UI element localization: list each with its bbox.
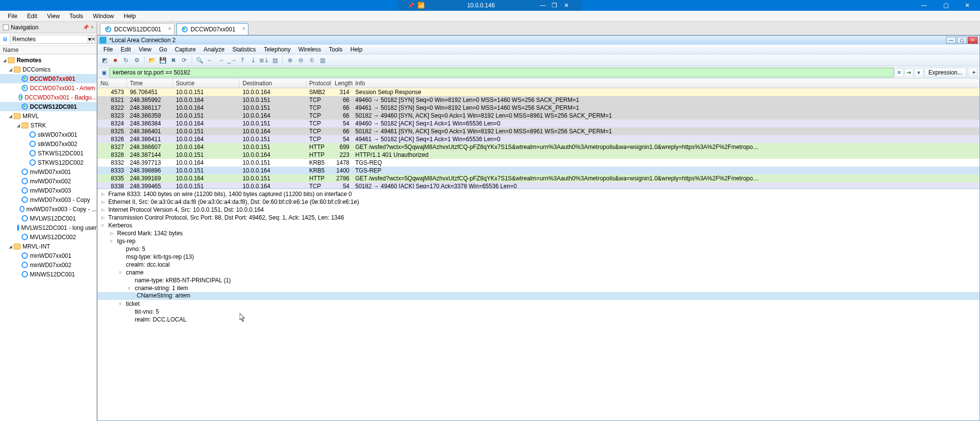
packet-row[interactable]: 8338248.39946510.0.0.15110.0.0.164TCP545…: [98, 182, 980, 188]
display-filter-input[interactable]: [109, 68, 894, 77]
ws-menu-help[interactable]: Help: [346, 46, 367, 53]
filter-apply-icon[interactable]: ➔: [905, 68, 913, 77]
ws-menu-capture[interactable]: Capture: [171, 46, 200, 53]
detail-twisty-icon[interactable]: ▿: [128, 286, 135, 291]
packet-row[interactable]: 8335248.39916910.0.0.16410.0.0.151HTTP27…: [98, 174, 980, 182]
ws-menu-view[interactable]: View: [135, 46, 155, 53]
session-tab[interactable]: DCCWS12DC001×: [100, 23, 174, 35]
zoom-reset-icon[interactable]: ①: [307, 55, 317, 65]
detail-line[interactable]: ▷Frame 8333: 1400 bytes on wire (11200 b…: [98, 190, 980, 198]
tree-session[interactable]: mvlWD07xx003 - Copy - ...: [0, 204, 97, 214]
twisty-icon[interactable]: ◢: [9, 114, 14, 119]
tree-column-header[interactable]: Name: [0, 46, 97, 54]
packet-row[interactable]: 8328248.38714410.0.0.15110.0.0.164HTTP22…: [98, 151, 980, 159]
packet-details-pane[interactable]: ▷Frame 8333: 1400 bytes on wire (11200 b…: [98, 189, 980, 421]
tree-session[interactable]: MVLWS12DC001 - long user: [0, 223, 97, 232]
go-back-icon[interactable]: ←: [205, 55, 215, 65]
tree-folder[interactable]: ◢MRVL-INT: [0, 242, 97, 251]
col-time[interactable]: Time: [127, 79, 173, 88]
host-menu-tools[interactable]: Tools: [65, 12, 88, 21]
detail-line[interactable]: ▿ticket: [98, 300, 980, 308]
detail-line[interactable]: pvno: 5: [98, 245, 980, 253]
ws-menu-analyze[interactable]: Analyze: [200, 46, 229, 53]
detail-twisty-icon[interactable]: ▿: [119, 301, 126, 306]
tree-session[interactable]: STKWS12DC002: [0, 158, 97, 167]
host-menu-window[interactable]: Window: [88, 12, 119, 21]
window-maximize-icon[interactable]: ▢: [935, 0, 956, 10]
packet-row[interactable]: 8321248.38599210.0.0.16410.0.0.151TCP664…: [98, 96, 980, 104]
detail-line[interactable]: CNameString: artem: [98, 292, 980, 300]
detail-line[interactable]: ▷Internet Protocol Version 4, Src: 10.0.…: [98, 206, 980, 214]
ws-menu-go[interactable]: Go: [155, 46, 171, 53]
tree-session[interactable]: DCCWD07xx001 - Artem: [0, 83, 97, 93]
auto-scroll-icon[interactable]: ≣⤓: [259, 55, 269, 65]
detail-twisty-icon[interactable]: ▷: [101, 199, 108, 204]
col-source[interactable]: Source: [173, 79, 240, 88]
host-menu-view[interactable]: View: [42, 12, 65, 21]
find-packet-icon[interactable]: 🔍: [195, 55, 204, 65]
twisty-icon[interactable]: ◢: [3, 58, 8, 63]
filter-recent-icon[interactable]: ▾: [914, 68, 923, 77]
filter-bookmark-icon[interactable]: ▣: [99, 68, 108, 77]
tree-folder[interactable]: ◢Remotes: [0, 55, 97, 65]
detail-line[interactable]: ▿Kerberos: [98, 222, 980, 229]
go-forward-icon[interactable]: →: [216, 55, 226, 65]
packet-row[interactable]: 8325248.38640110.0.0.15110.0.0.164TCP665…: [98, 127, 980, 135]
ws-minimize-icon[interactable]: —: [946, 37, 956, 44]
last-packet-icon[interactable]: ⤓: [248, 55, 258, 65]
capture-options-icon[interactable]: ⚙: [132, 55, 142, 65]
remotes-filter-input[interactable]: [10, 35, 88, 44]
detail-line[interactable]: ▷Ethernet II, Src: 0e:a3:0c:a4:da:f8 (0e…: [98, 198, 980, 206]
detail-twisty-icon[interactable]: ▿: [101, 223, 108, 228]
detail-line[interactable]: realm: DCC.LOCAL: [98, 316, 980, 323]
rdp-restore-icon[interactable]: ❐: [549, 1, 561, 10]
host-menu-help[interactable]: Help: [119, 12, 141, 21]
stop-capture-icon[interactable]: ■: [110, 55, 120, 65]
detail-line[interactable]: ▿tgs-rep: [98, 237, 980, 245]
twisty-icon[interactable]: ◢: [17, 123, 22, 128]
ws-menu-edit[interactable]: Edit: [117, 46, 135, 53]
tab-close-icon[interactable]: ×: [243, 26, 245, 31]
detail-line[interactable]: ▷Transmission Control Protocol, Src Port…: [98, 214, 980, 222]
tab-close-icon[interactable]: ×: [168, 26, 171, 31]
reload-icon[interactable]: ⟳: [179, 55, 189, 65]
tree-session[interactable]: mvlWD07xx003 - Copy: [0, 195, 97, 204]
packet-row[interactable]: 8323248.38635910.0.0.15110.0.0.164TCP665…: [98, 112, 980, 120]
packet-row[interactable]: 8324248.38638410.0.0.16410.0.0.151TCP544…: [98, 120, 980, 127]
window-minimize-icon[interactable]: —: [913, 0, 935, 10]
tree-folder[interactable]: ◢STRK: [0, 121, 97, 130]
ws-menu-wireless[interactable]: Wireless: [294, 46, 325, 53]
packet-list-pane[interactable]: No. Time Source Destination Protocol Len…: [98, 79, 980, 189]
detail-line[interactable]: ▿cname: [98, 269, 980, 276]
detail-line[interactable]: tkt-vno: 5: [98, 308, 980, 316]
tree-session[interactable]: MVLWS12DC001: [0, 214, 97, 223]
save-file-icon[interactable]: 💾: [158, 55, 168, 65]
tree-session[interactable]: STKWS12DC001: [0, 149, 97, 158]
packet-row[interactable]: 8326248.38641110.0.0.16410.0.0.151TCP544…: [98, 135, 980, 143]
filter-expression-button[interactable]: Expression...: [924, 68, 967, 77]
tree-session[interactable]: DCCWS12DC001: [0, 102, 97, 111]
pin-icon[interactable]: 📌: [408, 2, 415, 9]
tree-session[interactable]: minWD07xx002: [0, 260, 97, 270]
session-tab[interactable]: DCCWD07xx001×: [176, 23, 248, 35]
close-file-icon[interactable]: ✖: [169, 55, 178, 65]
remotes-clear-icon[interactable]: ×: [91, 35, 96, 44]
tree-session[interactable]: mvlWD07xx003: [0, 186, 97, 195]
first-packet-icon[interactable]: ⤒: [238, 55, 247, 65]
col-length[interactable]: Length: [332, 79, 352, 88]
col-dest[interactable]: Destination: [240, 79, 306, 88]
rdp-connection-bar[interactable]: 📌 📶 10.0.0.146 — ❐ ✕: [398, 0, 582, 11]
ws-menu-statistics[interactable]: Statistics: [228, 46, 260, 53]
window-close-icon[interactable]: ✕: [956, 0, 978, 10]
host-menu-edit[interactable]: Edit: [22, 12, 42, 21]
zoom-out-icon[interactable]: ⊖: [296, 55, 306, 65]
tree-folder[interactable]: ◢MRVL: [0, 111, 97, 121]
ws-maximize-icon[interactable]: ▢: [957, 37, 967, 44]
ws-close-icon[interactable]: ✕: [968, 37, 978, 44]
tree-session[interactable]: DCCWD07xx001: [0, 74, 97, 83]
zoom-in-icon[interactable]: ⊕: [285, 55, 295, 65]
tree-session[interactable]: stkWD07xx001: [0, 130, 97, 139]
col-no[interactable]: No.: [98, 79, 127, 88]
close-panel-icon[interactable]: ×: [91, 25, 94, 30]
twisty-icon[interactable]: ◢: [9, 244, 14, 249]
